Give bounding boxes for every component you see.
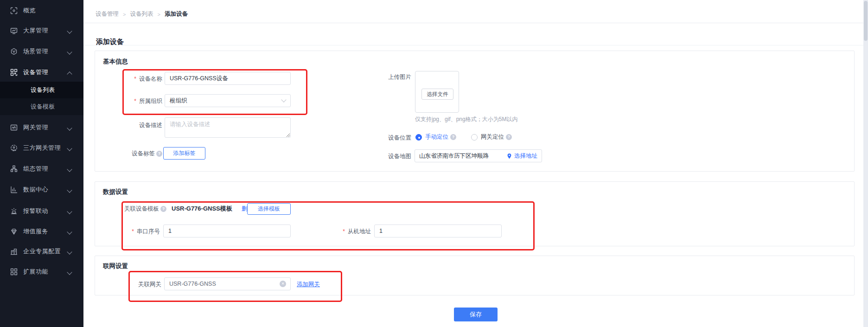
data-center-icon [10,186,18,193]
gateway-icon [10,124,18,131]
tags-label-text: 设备标签 [132,150,155,157]
sidebar-item-label: 数据中心 [23,186,48,194]
device-name-label: 设备名称 [107,75,162,83]
chevron-down-icon [67,187,72,192]
sidebar-item-screen-mgmt[interactable]: 大屏管理 [0,22,83,39]
choose-address-link[interactable]: 选择地址 [506,152,537,160]
data-settings-title: 数据设置 [103,188,128,196]
sidebar-item-overview[interactable]: 概览 [0,2,83,19]
map-label: 设备地图 [362,153,411,160]
help-icon[interactable]: ? [506,134,512,140]
upload-hint: 仅支持jpg、gif、png格式；大小为5M以内 [415,115,517,123]
scrollbar-thumb[interactable] [864,1,868,41]
manual-location-option-label[interactable]: 手动定位 [425,133,448,141]
template-label: 关联设备模板 [124,205,159,213]
chevron-down-icon [67,229,72,234]
sidebar-item-enterprise-config[interactable]: 企业专属配置 [0,243,83,260]
gateway-label: 关联网关 [106,281,161,288]
sidebar-item-label: 报警联动 [23,207,48,215]
choose-file-button[interactable]: 选择文件 [421,89,453,100]
chevron-down-icon [67,167,72,172]
select-template-button[interactable]: 选择模板 [247,203,291,215]
breadcrumb-separator-icon: > [123,12,126,17]
upload-label: 上传图片 [362,73,411,81]
sidebar-item-label: 设备管理 [23,68,48,77]
chevron-down-icon [67,125,72,130]
save-button[interactable]: 保存 [454,308,498,321]
radio-gateway-location[interactable] [471,134,478,141]
help-icon[interactable]: ? [450,134,456,140]
serial-port-label: 串口序号 [104,228,160,235]
clear-icon[interactable]: ✕ [280,281,286,287]
screen-icon [10,27,18,34]
serial-port-input[interactable] [163,224,291,237]
device-icon [10,69,18,76]
location-pin-icon [506,153,512,159]
gateway-input[interactable] [164,277,291,290]
sidebar-item-label: 扩展功能 [23,268,48,276]
chevron-down-icon [67,269,72,275]
sidebar-item-label: 组态管理 [23,165,48,173]
chevron-down-icon [281,97,286,102]
description-label: 设备描述 [107,122,162,129]
organization-select[interactable]: 根组织 [165,94,291,107]
sidebar-item-third-gateway-mgmt[interactable]: 三方网关管理 [0,140,83,156]
third-gateway-icon [10,144,18,152]
sidebar-item-gateway-mgmt[interactable]: 网关管理 [0,119,83,136]
sidebar-item-device-template[interactable]: 设备模板 [0,98,83,115]
network-settings-title: 联网设置 [103,262,128,270]
sidebar-item-alarm-linkage[interactable]: 报警联动 [0,203,83,219]
gateway-location-option-label[interactable]: 网关定位 [481,133,504,141]
help-icon[interactable]: ? [156,151,162,157]
sidebar-item-scene-mgmt[interactable]: 场景管理 [0,43,83,60]
sidebar-item-device-mgmt[interactable]: 设备管理 [0,64,83,81]
organization-label: 所属组织 [107,97,162,105]
sidebar-item-label: 网关管理 [23,123,48,132]
chevron-down-icon [67,249,72,254]
chevron-down-icon [67,146,72,151]
header-divider [83,23,863,23]
map-address-value: 山东省济南市历下区坤顺路 [419,152,489,160]
sidebar-item-scada-mgmt[interactable]: 组态管理 [0,160,83,177]
value-service-icon [10,228,18,235]
chevron-up-icon [67,71,72,77]
add-tag-button[interactable]: 添加标签 [163,147,205,160]
breadcrumb-item[interactable]: 设备列表 [130,10,153,18]
enterprise-icon [10,248,18,255]
sidebar-item-label: 增值服务 [23,227,48,236]
sidebar-item-label: 大屏管理 [23,26,48,35]
sidebar-item-extension[interactable]: 扩展功能 [0,263,83,280]
organization-select-value: 根组织 [170,97,187,105]
device-name-input[interactable] [165,72,291,85]
sidebar-item-label: 三方网关管理 [23,144,61,152]
location-radio-group: 手动定位 ? 网关定位 ? [415,133,512,141]
sidebar-item-label: 场景管理 [23,47,48,56]
description-textarea[interactable] [165,117,291,138]
scada-icon [10,165,18,173]
sidebar-item-label: 概览 [23,6,36,15]
sidebar-submenu: 设备列表 设备模板 [0,82,83,115]
map-address-field[interactable]: 山东省济南市历下区坤顺路 选择地址 [415,149,542,162]
breadcrumb: 设备管理 > 设备列表 > 添加设备 [96,10,188,18]
help-icon[interactable]: ? [160,206,166,212]
radio-manual-location[interactable] [415,134,422,141]
location-label: 设备位置 [362,134,411,141]
extension-icon [10,268,18,276]
sidebar-item-data-center[interactable]: 数据中心 [0,181,83,198]
template-value: USR-G776-GNSS模板 [172,205,232,213]
tags-label: 设备标签 ? [107,150,162,157]
sidebar-item-device-list[interactable]: 设备列表 [0,82,83,98]
sidebar-item-value-service[interactable]: 增值服务 [0,223,83,240]
scrollbar-track[interactable] [863,0,868,327]
scene-icon [10,48,18,55]
basic-info-title: 基本信息 [103,58,128,66]
title-divider [83,45,863,45]
add-gateway-link[interactable]: 添加网关 [297,281,320,289]
sidebar: 概览 大屏管理 场景管理 设备管理 设备列表 设备模板 网关管理 [0,0,83,327]
breadcrumb-item[interactable]: 设备管理 [96,10,119,18]
template-row: 关联设备模板 ? USR-G776-GNSS模板 删除 [124,205,253,213]
alarm-icon [10,207,18,215]
breadcrumb-separator-icon: > [157,12,160,17]
overview-icon [10,7,18,14]
slave-address-input[interactable] [374,224,502,237]
